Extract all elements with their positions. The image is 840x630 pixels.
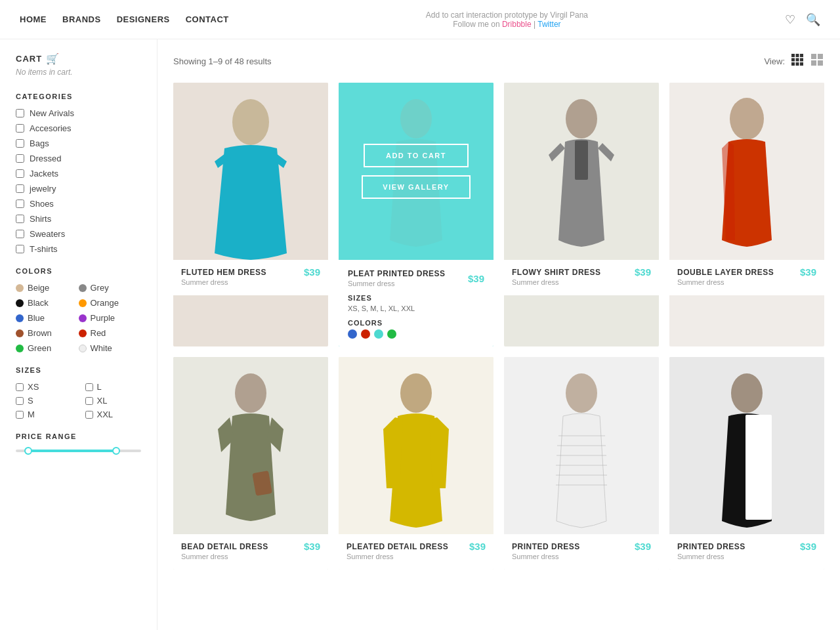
svg-point-18 [235,373,266,413]
categories-list: New Arivals Accesories Bags Dressed Jack… [16,108,141,254]
price-slider-handle-right[interactable] [112,447,120,455]
color-purple[interactable]: Purple [79,313,142,323]
size-xl[interactable]: XL [85,396,142,406]
nav-contact[interactable]: CONTACT [186,14,229,24]
view-grid-2-button[interactable] [810,52,824,70]
size-checkbox-xxl[interactable] [85,411,93,419]
product-info-7: PRINTED DRESS Summer dress $39 [504,534,659,570]
size-checkbox-xs[interactable] [16,383,24,391]
category-checkbox-tshirts[interactable] [16,245,24,253]
category-checkbox-new-arrivals[interactable] [16,109,24,117]
white-label: White [91,343,112,353]
product-name-4: DOUBLE LAYER DRESS [677,268,774,277]
svg-point-17 [730,98,764,140]
green-label: Green [28,343,51,353]
size-label-s: S [28,396,33,406]
dribbble-link[interactable]: Dribbble [502,20,532,29]
view-grid-4-button[interactable] [790,52,805,70]
product-type-4: Summer dress [677,278,774,286]
svg-rect-1 [796,54,799,57]
svg-point-13 [232,99,269,145]
nav-brands[interactable]: BRANDS [62,14,101,24]
category-jewelry[interactable]: jewelry [16,184,141,194]
color-black[interactable]: Black [16,298,79,308]
nav-home[interactable]: HOME [20,14,47,24]
category-checkbox-bags[interactable] [16,139,24,148]
size-checkbox-s[interactable] [16,397,24,405]
size-checkbox-xl[interactable] [85,397,93,405]
category-checkbox-shirts[interactable] [16,215,24,223]
twitter-link[interactable]: Twitter [537,20,560,29]
product-image-3 [504,83,659,260]
category-label: jewelry [30,184,56,194]
price-range-section: PRICE RANGE [16,432,141,452]
category-checkbox-dressed[interactable] [16,154,24,163]
category-dressed[interactable]: Dressed [16,154,141,163]
product-type-1: Summer dress [181,278,266,286]
category-shirts[interactable]: Shirts [16,214,141,224]
size-label-m: M [28,410,35,419]
size-xs[interactable]: XS [16,382,72,392]
cart-section: CART 🛒 No items in cart. [16,52,141,77]
category-checkbox-sweaters[interactable] [16,230,24,238]
color-orange[interactable]: Orange [79,298,142,308]
category-checkbox-accesories[interactable] [16,124,24,133]
category-jackets[interactable]: Jackets [16,169,141,178]
size-checkbox-l[interactable] [85,383,93,391]
size-s[interactable]: S [16,396,72,406]
category-bags[interactable]: Bags [16,138,141,148]
product-image-featured: ADD TO CART VIEW GALLERY [339,83,494,260]
category-new-arrivals[interactable]: New Arivals [16,108,141,118]
category-tshirts[interactable]: T-shirts [16,244,141,254]
product-info-4: DOUBLE LAYER DRESS Summer dress $39 [669,260,824,295]
category-checkbox-jewelry[interactable] [16,184,24,193]
product-price-5: $39 [304,541,320,552]
size-checkbox-m[interactable] [16,411,24,419]
beige-dot [16,284,24,292]
category-sweaters[interactable]: Sweaters [16,229,141,239]
price-slider-track [16,450,141,452]
svg-rect-5 [800,58,803,62]
color-red[interactable]: Red [79,328,142,338]
category-checkbox-shoes[interactable] [16,200,24,208]
search-button[interactable]: 🔍 [806,12,820,27]
color-white[interactable]: White [79,343,142,353]
featured-price: $39 [468,273,484,284]
color-green[interactable]: Green [16,343,79,353]
svg-rect-3 [791,58,795,62]
product-name-7: PRINTED DRESS [512,542,580,551]
size-label-xl: XL [97,396,108,406]
price-slider-handle-left[interactable] [24,447,32,455]
product-info-row-8: PRINTED DRESS Summer dress $39 [677,542,816,560]
svg-rect-2 [800,54,803,57]
orange-label: Orange [91,298,119,308]
nav-designers[interactable]: DESIGNERS [117,14,170,24]
color-beige[interactable]: Beige [16,283,79,293]
category-label: T-shirts [30,244,58,254]
product-card-1: FLUTED HEM DRESS Summer dress $39 [173,83,328,346]
svg-rect-6 [791,62,795,66]
svg-point-20 [400,373,432,413]
view-label: View: [764,56,785,66]
category-shoes[interactable]: Shoes [16,199,141,209]
category-label: Sweaters [30,229,65,239]
size-l[interactable]: L [85,382,142,392]
category-accesories[interactable]: Accesories [16,123,141,133]
size-xxl[interactable]: XXL [85,410,142,419]
category-label: Accesories [30,123,72,133]
featured-name-row: PLEAT PRINTED DRESS Summer dress $39 [348,269,484,287]
product-name-8: PRINTED DRESS [677,542,746,551]
category-label: Shirts [30,214,51,224]
color-blue[interactable]: Blue [16,313,79,323]
add-to-cart-button[interactable]: ADD TO CART [364,144,469,167]
color-grey[interactable]: Grey [79,283,142,293]
blue-label: Blue [28,313,45,323]
wishlist-button[interactable]: ♡ [785,12,795,27]
product-name-5: BEAD DETAIL DRESS [181,542,268,551]
color-brown[interactable]: Brown [16,328,79,338]
size-m[interactable]: M [16,410,72,419]
category-label: Dressed [30,154,61,163]
product-image-7 [504,357,659,534]
category-checkbox-jackets[interactable] [16,169,24,178]
view-gallery-button[interactable]: VIEW GALLERY [362,175,470,199]
